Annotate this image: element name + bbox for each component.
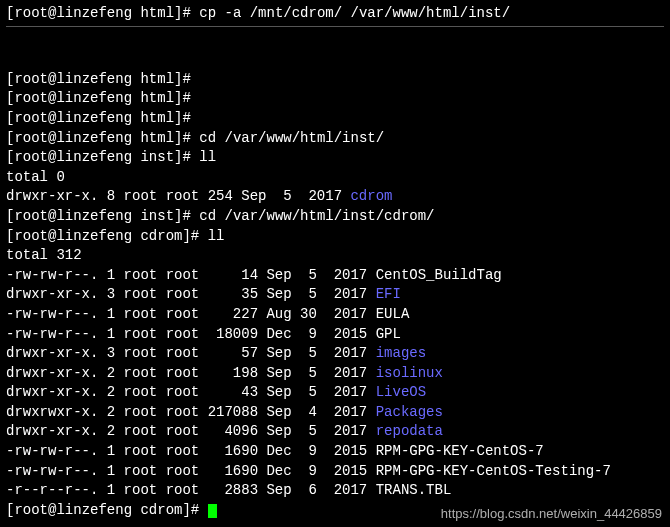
ls-entry: drwxr-xr-x. 2 root root 43 Sep 5 2017 Li… bbox=[6, 383, 664, 403]
cmd-line-8: [root@linzefeng cdrom]# ll bbox=[6, 227, 664, 247]
ls-entry: -rw-rw-r--. 1 root root 1690 Dec 9 2015 … bbox=[6, 462, 664, 482]
terminal-output[interactable]: [root@linzefeng html]# cp -a /mnt/cdrom/… bbox=[6, 4, 664, 520]
ls-entry: drwxr-xr-x. 3 root root 35 Sep 5 2017 EF… bbox=[6, 285, 664, 305]
ls-entry: -rw-rw-r--. 1 root root 227 Aug 30 2017 … bbox=[6, 305, 664, 325]
ls-entry: drwxr-xr-x. 2 root root 4096 Sep 5 2017 … bbox=[6, 422, 664, 442]
divider bbox=[6, 26, 664, 27]
total-line-2: total 312 bbox=[6, 246, 664, 266]
blank-line bbox=[6, 31, 664, 51]
cmd-line-5: [root@linzefeng html]# cd /var/www/html/… bbox=[6, 129, 664, 149]
ls-entry: drwxrwxr-x. 2 root root 217088 Sep 4 201… bbox=[6, 403, 664, 423]
ls-entry: drwxr-xr-x. 3 root root 57 Sep 5 2017 im… bbox=[6, 344, 664, 364]
total-line-1: total 0 bbox=[6, 168, 664, 188]
ls-entry: -rw-rw-r--. 1 root root 14 Sep 5 2017 Ce… bbox=[6, 266, 664, 286]
blank-line bbox=[6, 50, 664, 70]
cmd-line-4: [root@linzefeng html]# bbox=[6, 109, 664, 129]
cmd-line-2: [root@linzefeng html]# bbox=[6, 70, 664, 90]
cmd-line-6: [root@linzefeng inst]# ll bbox=[6, 148, 664, 168]
ls-listing: -rw-rw-r--. 1 root root 14 Sep 5 2017 Ce… bbox=[6, 266, 664, 501]
ls-entry: -rw-rw-r--. 1 root root 18009 Dec 9 2015… bbox=[6, 325, 664, 345]
watermark-text: https://blog.csdn.net/weixin_44426859 bbox=[441, 505, 662, 523]
cursor-icon bbox=[208, 504, 217, 518]
cmd-line-1: [root@linzefeng html]# cp -a /mnt/cdrom/… bbox=[6, 4, 664, 24]
cmd-line-7: [root@linzefeng inst]# cd /var/www/html/… bbox=[6, 207, 664, 227]
ls-entry: drwxr-xr-x. 2 root root 198 Sep 5 2017 i… bbox=[6, 364, 664, 384]
ls-entry-cdrom: drwxr-xr-x. 8 root root 254 Sep 5 2017 c… bbox=[6, 187, 664, 207]
ls-entry: -r--r--r--. 1 root root 2883 Sep 6 2017 … bbox=[6, 481, 664, 501]
cmd-line-3: [root@linzefeng html]# bbox=[6, 89, 664, 109]
ls-entry: -rw-rw-r--. 1 root root 1690 Dec 9 2015 … bbox=[6, 442, 664, 462]
